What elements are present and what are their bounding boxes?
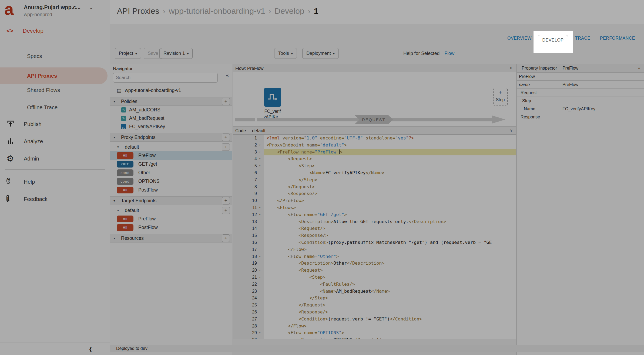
code-line-15[interactable]: 15 <Response/> [233,232,516,239]
tree-caret-icon[interactable]: ▾ [113,133,115,141]
inspector-row-name[interactable]: NameFC_verifyAPIKey [517,105,644,113]
nav-row-am-badrequest[interactable]: ✎AM_badRequest [110,114,232,122]
code-line-27[interactable]: 27 <Condition>(request.verb != "GET")</C… [233,316,516,323]
revision-menu-button[interactable]: Revision 1▾ [159,48,193,59]
sidebar-section-develop[interactable]: Develop [23,28,43,34]
fold-caret-icon[interactable]: ▾ [259,155,261,162]
tab-trace[interactable]: TRACE [575,36,591,41]
code-line-11[interactable]: 11▾ <Flows> [233,204,516,211]
code-line-2[interactable]: 2▾<ProxyEndpoint name="default"> [233,142,516,149]
flow-step-node-fc-verifyapikey[interactable] [264,88,281,107]
nav-row-postflow[interactable]: AllPostFlow [110,223,232,232]
navigator-search-input[interactable] [113,73,218,83]
collapse-up-icon[interactable]: « [507,67,515,69]
code-line-19[interactable]: 19 <Description>Other</Description> [233,260,516,267]
nav-row-policies[interactable]: ▾Policies+ [110,97,232,106]
inspector-row-value[interactable]: PreFlow [560,81,644,88]
fold-caret-icon[interactable]: ▾ [259,162,261,169]
nav-row-target-endpoints[interactable]: ▾Target Endpoints+ [110,196,232,205]
nav-row-resources[interactable]: ▾Resources+ [110,234,232,243]
sidebar-item-feedback[interactable]: ! Feedback [0,194,110,205]
nav-row-fc-verifyapikey[interactable]: FC_verifyAPIKey [110,122,232,131]
code-line-3[interactable]: 3▾ <PreFlow name="PreFlow"> [233,149,516,156]
sidebar-item-publish[interactable]: Publish [0,119,110,130]
nav-row-default[interactable]: ▾default+ [110,143,232,151]
add-target-endpoints-button[interactable]: + [222,197,230,204]
tab-overview[interactable]: OVERVIEW [507,36,532,41]
sidebar-item-api-proxies[interactable]: API Proxies [0,67,108,84]
code-line-24[interactable]: 24 </Step> [233,295,516,302]
code-line-5[interactable]: 5▾ <Step> [233,162,516,169]
nav-row-proxy-endpoints[interactable]: ▾Proxy Endpoints+ [110,133,232,142]
collapse-left-icon[interactable]: « [226,72,229,78]
code-line-1[interactable]: 1<?xml version="1.0" encoding="UTF-8" st… [233,135,516,142]
fold-caret-icon[interactable]: ▾ [259,274,261,281]
code-line-28[interactable]: 28 </Flow> [233,323,516,330]
code-line-4[interactable]: 4▾ <Request> [233,155,516,162]
breadcrumb-api-proxies[interactable]: API Proxies [117,6,159,15]
code-line-26[interactable]: 26 <Response/> [233,309,516,316]
sidebar-item-admin[interactable]: ⚙ Admin [0,154,110,165]
fold-caret-icon[interactable]: ▾ [259,211,261,218]
code-line-10[interactable]: 10 </PreFlow> [233,197,516,204]
code-line-17[interactable]: 17 </Flow> [233,246,516,253]
add-resources-button[interactable]: + [222,234,230,242]
tree-caret-icon[interactable]: ▾ [113,97,115,105]
code-line-21[interactable]: 21▾ <Step> [233,274,516,281]
deployment-menu-button[interactable]: Deployment▾ [302,48,339,59]
nav-row-wpp-tutorial-onboarding-v1[interactable]: ▤wpp-tutorial-onboarding-v1 [110,86,232,95]
code-line-25[interactable]: 25 </Request> [233,302,516,309]
code-line-18[interactable]: 18▾ <Flow name="Other"> [233,253,516,260]
flow-canvas[interactable]: FC_verif yAPIKe... + Step REQUEST [233,72,516,126]
user-menu-name[interactable]: Anurag.Pujari wpp.c... [24,4,89,11]
code-line-7[interactable]: 7 </Step> [233,176,516,183]
add-step-button[interactable]: + Step [493,88,508,105]
inspector-row-value[interactable] [560,113,644,121]
tree-caret-icon[interactable]: ▾ [113,234,115,242]
fold-caret-icon[interactable]: ▾ [259,253,261,260]
nav-row-options[interactable]: condOPTIONS [110,177,232,186]
tab-performance[interactable]: PERFORMANCE [600,36,635,41]
fold-caret-icon[interactable]: ▾ [259,149,261,156]
sidebar-item-shared-flows[interactable]: Shared Flows [0,85,110,95]
help-flow-link[interactable]: Flow [444,51,454,56]
tools-menu-button[interactable]: Tools▾ [274,48,297,59]
fold-caret-icon[interactable]: ▾ [259,204,261,211]
inspector-row-name[interactable]: namePreFlow [517,81,644,89]
add-default-button[interactable]: + [222,207,230,214]
code-line-30[interactable]: 30 <Description>OPTIONS</Description> [233,336,516,339]
code-line-22[interactable]: 22 <FaultRules/> [233,281,516,288]
sidebar-item-offline-trace[interactable]: Offline Trace [0,102,110,113]
nav-row-default[interactable]: ▾default+ [110,206,232,214]
nav-row-get-get[interactable]: GETGET /get [110,160,232,168]
breadcrumb-develop[interactable]: Develop [275,6,304,15]
tree-caret-icon[interactable]: ▾ [117,206,119,214]
inspector-row-preflow[interactable]: PreFlow [517,73,644,81]
add-policies-button[interactable]: + [222,98,230,105]
inspector-row-step[interactable]: Step [517,97,644,105]
code-line-12[interactable]: 12▾ <Flow name="GET /get"> [233,211,516,218]
code-line-9[interactable]: 9 <Response/> [233,190,516,197]
tab-develop-highlighted[interactable]: DEVELOP [538,35,568,45]
inspector-row-request[interactable]: Request [517,89,644,97]
code-line-16[interactable]: 16 <Condition>(proxy.pathsuffix MatchesP… [233,239,516,246]
code-line-14[interactable]: 14 <Request/> [233,225,516,232]
breadcrumb-proxy-name[interactable]: wpp-tutorial-onboarding-v1 [169,6,265,15]
sidebar-item-help[interactable]: ? Help [0,177,110,188]
nav-row-postflow[interactable]: AllPostFlow [110,186,232,194]
sidebar-collapse-icon[interactable]: ‹ [89,342,92,355]
project-menu-button[interactable]: Project▾ [115,48,141,59]
code-line-29[interactable]: 29▾ <Flow name="OPTIONS"> [233,329,516,336]
add-proxy-endpoints-button[interactable]: + [222,134,230,141]
collapse-down-icon[interactable]: « [507,129,515,132]
code-line-8[interactable]: 8 </Request> [233,183,516,190]
tree-caret-icon[interactable]: ▾ [113,197,115,205]
code-line-23[interactable]: 23 <Name>AM_badRequest</Name> [233,288,516,295]
inspector-row-response[interactable]: Response [517,113,644,121]
fold-caret-icon[interactable]: ▾ [259,267,261,274]
collapse-right-icon[interactable]: » [638,64,640,72]
nav-row-other[interactable]: condOther [110,168,232,177]
add-default-button[interactable]: + [222,143,230,151]
nav-row-preflow[interactable]: AllPreFlow [110,214,232,223]
fold-caret-icon[interactable]: ▾ [259,329,261,336]
